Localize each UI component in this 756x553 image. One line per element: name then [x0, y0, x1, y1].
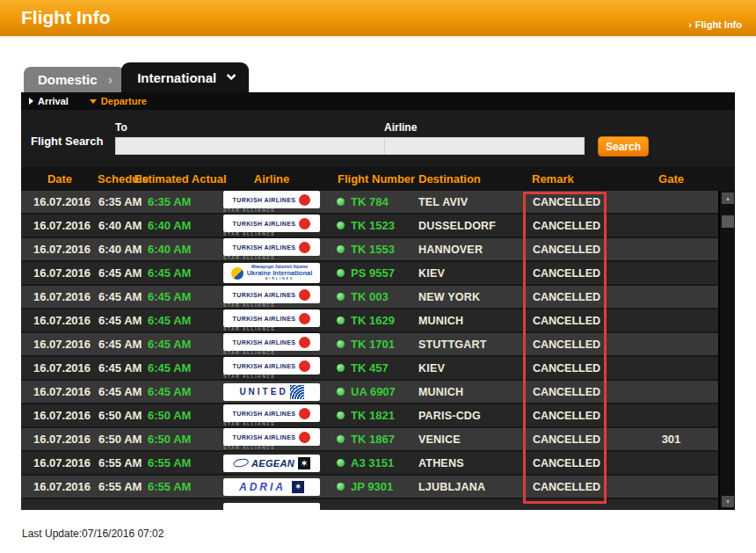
- tab-domestic[interactable]: Domestic ›: [24, 67, 125, 92]
- cell-airline: TURKISH AIRLINESSTAR ALLIANCE: [213, 309, 331, 331]
- cell-date: 16.07.2016: [21, 266, 98, 280]
- table-row: 16.07.20166:45 AM6:45 AMTURKISH AIRLINES…: [21, 357, 718, 379]
- cell-schedule: 6:55 AM: [98, 456, 148, 469]
- breadcrumb[interactable]: ›Flight Info: [688, 19, 742, 30]
- cell-estimated: 6:45 AM: [148, 266, 213, 280]
- cell-airline: TURKISH AIRLINESSTAR ALLIANCE: [213, 191, 331, 213]
- airline-logo-box-turkish: TURKISH AIRLINES: [223, 286, 320, 303]
- flight-number-text: TK 457: [351, 361, 389, 375]
- airline-logo-box-ukraine: Міжнародні Авіалінії УкраїниUkraine Inte…: [223, 263, 320, 283]
- turkish-airlines-emblem-icon: [299, 313, 310, 324]
- cell-destination: TEL AVIV: [415, 196, 525, 208]
- flight-number-text: TK 1553: [351, 243, 395, 256]
- cell-date: 16.07.2016: [21, 243, 98, 256]
- table-row: 16.07.20166:45 AM6:45 AMTURKISH AIRLINES…: [21, 286, 718, 308]
- star-alliance-text: STAR ALLIANCE: [223, 327, 320, 331]
- table-row: 16.07.20166:45 AM6:45 AMTURKISH AIRLINES…: [21, 333, 718, 355]
- airline-logo-box-turkish: TURKISH AIRLINES: [223, 191, 320, 208]
- search-button[interactable]: Search: [598, 136, 649, 156]
- cell-date: 16.07.2016: [21, 409, 98, 422]
- scrollbar-up-button[interactable]: ▲: [722, 193, 734, 204]
- status-dot-icon: [337, 340, 345, 348]
- table-row: 16.07.20166:45 AM6:45 AMUNITEDUA 6907MUN…: [21, 381, 718, 403]
- tab-international[interactable]: International: [121, 62, 249, 92]
- table-row-partial: [21, 499, 718, 510]
- airline-name-text: TURKISH AIRLINES: [233, 339, 296, 346]
- region-tabs: Domestic › International: [24, 62, 249, 92]
- scrollbar[interactable]: ▲ ▼: [718, 191, 735, 510]
- status-dot-icon: [337, 388, 345, 396]
- arrival-link[interactable]: Arrival: [29, 96, 69, 106]
- airline-name-text: TURKISH AIRLINES: [233, 316, 296, 322]
- last-update-text: Last Update:07/16/2016 07:02: [22, 528, 164, 540]
- cell-estimated: 6:50 AM: [148, 433, 213, 446]
- cell-date: 16.07.2016: [21, 219, 98, 232]
- flight-number-text: TK 1629: [351, 314, 395, 327]
- cell-estimated: 6:45 AM: [148, 314, 213, 327]
- airline-name-text: TURKISH AIRLINES: [233, 292, 296, 298]
- cell-flight-number: TK 457: [331, 361, 415, 375]
- turkish-airlines-emblem-icon: [299, 289, 310, 301]
- cell-flight-number: TK 003: [331, 290, 415, 303]
- cell-flight-number: JP 9301: [331, 480, 415, 493]
- table-header-row: DateScheduleEstimated ActualAirlineFligh…: [21, 167, 735, 191]
- flight-number-text: TK 1821: [351, 409, 395, 422]
- airline-logo-box-turkish: TURKISH AIRLINES: [223, 215, 320, 232]
- airline-logo-box-turkish: TURKISH AIRLINES: [223, 428, 320, 446]
- cell-airline: TURKISH AIRLINESSTAR ALLIANCE: [213, 428, 331, 450]
- cell-destination: KIEV: [415, 267, 525, 280]
- cell-schedule: 6:45 AM: [98, 314, 148, 327]
- column-header-airline: Airline: [213, 172, 331, 186]
- cell-destination: KIEV: [415, 362, 525, 375]
- cell-destination: VENICE: [415, 433, 525, 446]
- status-dot-icon: [337, 269, 345, 277]
- cell-date: 16.07.2016: [21, 338, 98, 351]
- flight-board-panel: Arrival Departure Flight Search To Airli…: [21, 92, 735, 510]
- airline-name-text: TURKISH AIRLINES: [233, 244, 296, 251]
- airline-logo-ukraine: Міжнародні Авіалінії УкраїниUkraine Inte…: [223, 263, 320, 283]
- airline-logo-turkish: TURKISH AIRLINESSTAR ALLIANCE: [223, 357, 320, 379]
- flight-number-text: TK 784: [351, 195, 389, 208]
- star-alliance-text: STAR ALLIANCE: [223, 351, 320, 355]
- cell-gate: 301: [624, 433, 718, 446]
- table-row: 16.07.20166:40 AM6:40 AMTURKISH AIRLINES…: [21, 238, 718, 260]
- scrollbar-thumb[interactable]: [722, 215, 734, 228]
- cell-estimated: 6:35 AM: [148, 195, 213, 208]
- cell-airline: TURKISH AIRLINESSTAR ALLIANCE: [213, 333, 331, 355]
- cell-schedule: 6:45 AM: [98, 361, 148, 375]
- cell-airline: Міжнародні Авіалінії УкраїниUkraine Inte…: [213, 263, 331, 283]
- cell-date: 16.07.2016: [21, 314, 98, 327]
- cell-estimated: 6:45 AM: [148, 290, 213, 303]
- airline-logo-adria: ADRIA✶: [223, 478, 320, 496]
- tab-international-label: International: [137, 70, 216, 85]
- to-input[interactable]: [115, 137, 405, 155]
- cell-remark: CANCELLED: [525, 291, 624, 303]
- airline-name-text: Ukraine International: [247, 270, 313, 277]
- cell-schedule: 6:45 AM: [98, 290, 148, 303]
- cell-destination: PARIS-CDG: [415, 410, 525, 422]
- airline-logo-box-turkish: TURKISH AIRLINES: [223, 333, 320, 351]
- airline-logo-turkish: TURKISH AIRLINESSTAR ALLIANCE: [223, 404, 320, 426]
- flight-search-bar: Flight Search To Airline Search: [21, 110, 735, 167]
- scrollbar-down-button[interactable]: ▼: [722, 496, 734, 507]
- flight-number-text: TK 003: [351, 290, 389, 303]
- airline-input[interactable]: [384, 137, 585, 155]
- cell-remark: CANCELLED: [525, 386, 624, 398]
- airline-logo-turkish: TURKISH AIRLINESSTAR ALLIANCE: [223, 286, 320, 308]
- airline-suffix-text: AIRLINES: [265, 278, 294, 281]
- cell-schedule: 6:45 AM: [98, 266, 148, 280]
- united-globe-icon: [290, 385, 304, 399]
- airline-name-text: TURKISH AIRLINES: [233, 221, 296, 227]
- cell-estimated: 6:55 AM: [148, 480, 213, 493]
- app-header: Flight Info ›Flight Info: [0, 0, 756, 38]
- cell-schedule: 6:35 AM: [98, 195, 148, 208]
- status-dot-icon: [337, 222, 345, 229]
- cell-schedule: 6:50 AM: [98, 433, 148, 446]
- airline-logo-turkish: TURKISH AIRLINESSTAR ALLIANCE: [223, 215, 320, 236]
- turkish-airlines-emblem-icon: [299, 408, 310, 419]
- cell-remark: CANCELLED: [525, 457, 624, 469]
- departure-link[interactable]: Departure: [90, 96, 147, 106]
- status-dot-icon: [337, 317, 345, 324]
- cell-estimated: 6:45 AM: [148, 361, 213, 375]
- airline-logo-box-turkish: TURKISH AIRLINES: [223, 404, 320, 422]
